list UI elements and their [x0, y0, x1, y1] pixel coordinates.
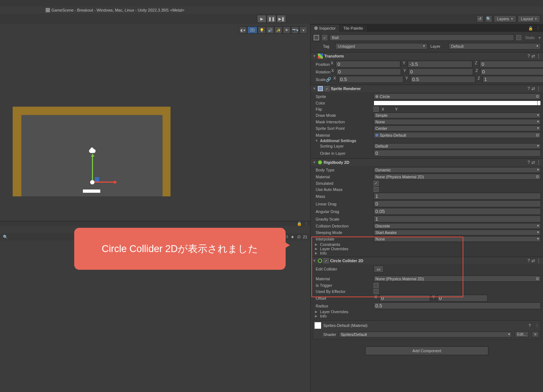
linear-drag-input[interactable] — [374, 200, 541, 207]
body-type-dropdown[interactable]: Dynamic — [374, 167, 541, 173]
offset-x-input[interactable] — [379, 295, 430, 302]
simulated-checkbox[interactable] — [374, 181, 379, 186]
draw-mode-dropdown[interactable]: ◐▾ — [239, 26, 247, 34]
search-icon[interactable]: 🔍 — [3, 235, 8, 239]
pos-y-input[interactable] — [408, 61, 472, 68]
help-icon[interactable]: ? — [527, 258, 530, 263]
sprite-field[interactable]: Circle — [374, 93, 541, 99]
pause-button[interactable]: ❚❚ — [267, 15, 276, 23]
mask-dropdown[interactable]: None — [374, 119, 541, 125]
lighting-icon[interactable]: 💡 — [258, 26, 266, 34]
help-icon[interactable]: ? — [529, 323, 531, 328]
offset-y-input[interactable] — [437, 295, 488, 302]
preset-icon[interactable]: ⇄ — [531, 160, 535, 165]
info-fold[interactable]: ▶Info — [314, 251, 542, 255]
layout-dropdown[interactable]: Layout — [518, 15, 540, 22]
tab-tile-palette[interactable]: Tile Palette — [340, 24, 367, 32]
sort-dropdown[interactable]: Center — [374, 125, 541, 131]
undo-history-icon[interactable]: ↺ — [476, 15, 484, 22]
static-dropdown-icon[interactable]: ▾ — [539, 35, 541, 40]
object-name-field[interactable]: Ball — [329, 34, 514, 41]
menu-icon[interactable]: ⋮ — [536, 160, 541, 165]
layer-dropdown[interactable]: Default — [449, 43, 541, 50]
enable-checkbox[interactable] — [324, 258, 329, 263]
scene-view[interactable]: ⋮ ◐▾ 2D 💡 🔊 ✨ 👁 📷▾ ▾ — [0, 24, 310, 221]
gizmo-xy-plane[interactable] — [95, 177, 99, 182]
fold-icon[interactable]: ▼ — [313, 54, 316, 58]
rot-x-input[interactable] — [336, 68, 401, 75]
gravity-scale-input[interactable] — [374, 216, 541, 222]
flip-y-checkbox[interactable] — [387, 107, 392, 112]
sorting-layer-dropdown[interactable]: Default — [374, 143, 541, 149]
cc-layer-overrides-fold[interactable]: ▶Layer Overrides — [314, 310, 542, 314]
menu-icon[interactable]: ⋮ — [535, 323, 539, 328]
cc-info-fold[interactable]: ▶Info — [314, 314, 542, 318]
step-button[interactable]: ▶❚ — [277, 15, 286, 23]
active-checkbox[interactable] — [322, 35, 327, 40]
flip-x-checkbox[interactable] — [374, 107, 379, 112]
fold-icon[interactable]: ▼ — [313, 259, 316, 263]
rot-y-input[interactable] — [408, 68, 473, 75]
rot-z-input[interactable] — [480, 68, 543, 75]
mass-input[interactable] — [374, 193, 541, 200]
menu-icon[interactable]: ⋮ — [536, 54, 541, 59]
lock-icon[interactable]: 🔒 — [528, 26, 533, 31]
fx-icon[interactable]: ✨ — [274, 26, 282, 34]
rb-material-field[interactable]: None (Physics Material 2D) — [374, 174, 541, 180]
scale-z-input[interactable] — [483, 76, 543, 83]
play-button[interactable]: ▶ — [257, 15, 266, 23]
edit-collider-button[interactable]: ᔕ — [374, 265, 384, 273]
pos-x-input[interactable] — [336, 61, 400, 68]
tag-dropdown[interactable]: Untagged — [335, 43, 428, 50]
hidden-count-icon[interactable]: ∅ — [296, 235, 302, 239]
hidden-icon[interactable]: 👁 — [283, 26, 291, 34]
2d-toggle[interactable]: 2D — [247, 26, 257, 34]
gizmos-dropdown[interactable]: ▾ — [299, 26, 307, 34]
edit-button[interactable]: Edit... — [515, 331, 529, 337]
pos-z-input[interactable] — [480, 61, 543, 68]
add-component-button[interactable]: Add Component — [365, 346, 488, 355]
interpolate-dropdown[interactable]: None — [374, 236, 541, 242]
additional-settings-fold[interactable]: ▼Additional Settings — [314, 139, 542, 143]
preset-icon[interactable]: ⇄ — [531, 258, 535, 263]
collision-detection-dropdown[interactable]: Discrete — [374, 223, 541, 229]
radius-input[interactable] — [374, 302, 541, 309]
help-icon[interactable]: ? — [527, 160, 530, 165]
menu-icon[interactable]: ⋮ — [536, 26, 540, 31]
static-checkbox[interactable] — [516, 35, 521, 40]
fold-icon[interactable]: ▼ — [313, 87, 316, 90]
color-field[interactable] — [374, 101, 541, 106]
preset-icon[interactable]: ⇄ — [531, 86, 535, 91]
scale-x-input[interactable] — [338, 76, 403, 83]
menu-icon[interactable]: ⋮ — [536, 258, 541, 263]
fold-icon[interactable]: ▼ — [313, 161, 316, 164]
scale-y-input[interactable] — [411, 76, 475, 83]
camera-icon[interactable]: 📷▾ — [291, 26, 299, 34]
draw-mode-dropdown[interactable]: Simple — [374, 112, 541, 118]
camera-gizmo-icon[interactable] — [89, 149, 96, 153]
layer-overrides-fold[interactable]: ▶Layer Overrides — [314, 247, 542, 251]
menu-icon[interactable]: ⋮ — [536, 86, 541, 91]
menu-icon[interactable]: ⋮ — [304, 221, 308, 226]
material-field[interactable]: Sprites-Default — [374, 132, 541, 138]
constraints-fold[interactable]: ▶Constraints — [314, 242, 542, 247]
preset-icon[interactable]: ⇄ — [531, 54, 535, 59]
help-icon[interactable]: ? — [527, 54, 530, 59]
ball-sprite[interactable] — [90, 180, 94, 184]
audio-icon[interactable]: 🔊 — [266, 26, 274, 34]
lock-button[interactable]: ≡ — [532, 331, 539, 337]
gameobject-icon[interactable] — [313, 34, 320, 41]
angular-drag-input[interactable] — [374, 208, 541, 215]
search-icon[interactable]: 🔍 — [485, 15, 492, 22]
used-by-effector-checkbox[interactable] — [374, 289, 379, 294]
order-input[interactable] — [374, 150, 541, 157]
help-icon[interactable]: ? — [527, 86, 530, 91]
auto-mass-checkbox[interactable] — [374, 187, 379, 192]
shader-dropdown[interactable]: Sprites/Default — [339, 332, 512, 337]
is-trigger-checkbox[interactable] — [374, 283, 379, 288]
gizmo-y-axis[interactable] — [92, 154, 93, 180]
link-icon[interactable]: 🔗 — [326, 77, 331, 82]
layers-dropdown[interactable]: Layers — [494, 15, 516, 22]
lock-icon[interactable]: 🔒 — [297, 221, 302, 226]
tab-inspector[interactable]: Inspector — [311, 24, 339, 32]
